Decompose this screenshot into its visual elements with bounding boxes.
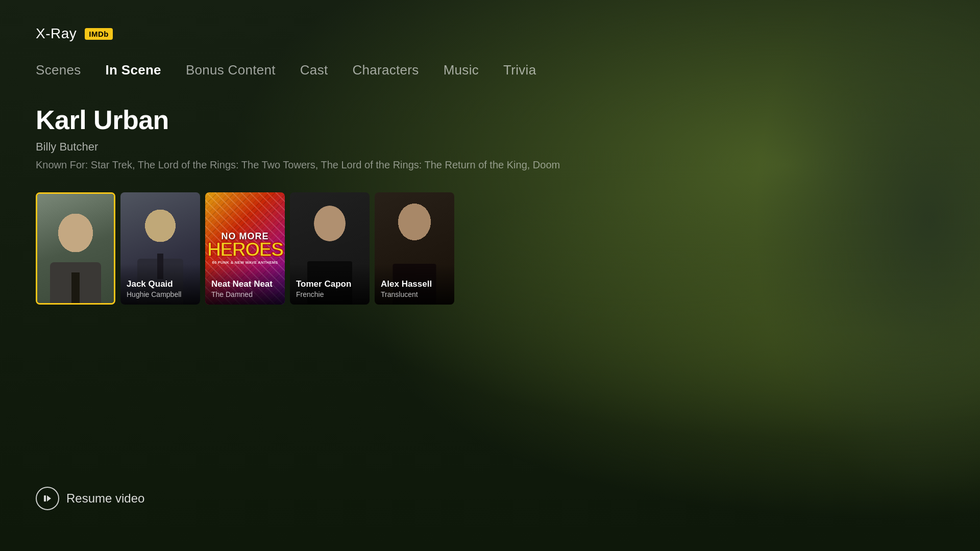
actor-name: Karl Urban [36,105,944,135]
xray-label: X-Ray [36,26,77,42]
imdb-badge: IMDb [85,28,113,40]
tab-in-scene[interactable]: In Scene [106,60,161,80]
card-jack-name: Jack Quaid [127,279,194,289]
resume-icon [36,487,59,510]
tab-cast[interactable]: Cast [300,60,328,80]
svg-marker-1 [47,495,51,502]
card-alex-name: Alex Hassell [381,279,448,289]
resume-label: Resume video [66,491,144,506]
card-jack-label: Jack Quaid Hughie Campbell [120,264,200,305]
actor-known-for: Known For: Star Trek, The Lord of the Ri… [36,158,944,172]
actor-info: Karl Urban Billy Butcher Known For: Star… [36,105,944,172]
actor-role: Billy Butcher [36,140,944,154]
card-neat-neat-neat[interactable]: NO MORE HEROES 60 PUNK & NEW WAVE ANTHEM… [205,192,285,305]
svg-rect-0 [44,495,46,502]
known-for-label: Known For: [36,159,88,170]
known-for-value: Star Trek, The Lord of the Rings: The Tw… [91,159,560,170]
card-tomer-capon[interactable]: Tomer Capon Frenchie [290,192,370,305]
card-tomer-role: Frenchie [296,290,363,298]
card-tomer-label: Tomer Capon Frenchie [290,264,370,305]
header: X-Ray IMDb [36,26,944,42]
card-jack-quaid[interactable]: Jack Quaid Hughie Campbell [120,192,200,305]
tab-music[interactable]: Music [444,60,479,80]
play-pause-icon [42,493,53,504]
album-sub: 60 PUNK & NEW WAVE ANTHEMS [207,260,283,266]
navigation: Scenes In Scene Bonus Content Cast Chara… [36,60,944,80]
card-album-name: Neat Neat Neat [211,279,279,289]
resume-video-button[interactable]: Resume video [36,487,144,510]
card-alex-role: Translucent [381,290,448,298]
tab-bonus-content[interactable]: Bonus Content [186,60,276,80]
card-alex-hassell[interactable]: Alex Hassell Translucent [375,192,454,305]
tab-trivia[interactable]: Trivia [503,60,536,80]
album-heroes: HEROES [207,241,283,258]
card-tomer-name: Tomer Capon [296,279,363,289]
card-album-role: The Damned [211,290,279,298]
tab-scenes[interactable]: Scenes [36,60,81,80]
tab-characters[interactable]: Characters [352,60,419,80]
card-alex-label: Alex Hassell Translucent [375,264,454,305]
card-album-label: Neat Neat Neat The Damned [205,264,285,305]
card-karl-urban[interactable] [36,192,115,305]
cards-row: Jack Quaid Hughie Campbell NO MORE HEROE… [36,192,944,305]
card-jack-role: Hughie Campbell [127,290,194,298]
